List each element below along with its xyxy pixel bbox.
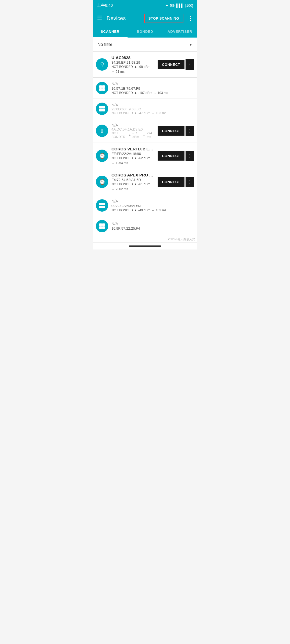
device-status: NOT BONDED ▲ -107 dBm ↔ 103 ms xyxy=(111,91,194,95)
network-type-icon: 5G xyxy=(170,3,175,8)
device-status: NOT BONDED ▲ -49 dBm ↔ 103 ms xyxy=(111,208,194,212)
filter-label: No filter xyxy=(97,42,112,47)
device-more-button[interactable]: ⋮ xyxy=(186,177,194,187)
app-title: Devices xyxy=(107,15,142,21)
device-icon-apple:  xyxy=(96,125,108,137)
bluetooth-icon: ⚲ xyxy=(100,61,104,68)
connect-area: CONNECT ⋮ xyxy=(158,59,194,70)
device-status: NOT BONDED ▲ -62 dBm ↔ 1254 ms xyxy=(111,156,154,165)
device-mac: 16:9F:57:22:25:F4 xyxy=(111,226,194,230)
tab-bonded[interactable]: BONDED xyxy=(128,26,162,37)
device-more-button[interactable]: ⋮ xyxy=(186,151,194,161)
device-mac: E4:72:54:52:A1:6D xyxy=(111,178,154,182)
more-options-icon[interactable]: ⋮ xyxy=(186,13,195,24)
device-name: COROS APEX PRO 0A56B2 xyxy=(111,173,154,177)
device-status: NOT BONDED ▲ -98 dBm ↔ 21 ms xyxy=(111,65,154,74)
stop-scanning-button[interactable]: STOP SCANNING xyxy=(144,14,183,23)
device-status: NOT BONDED ▲ -67 dBm ↔ 274 ms xyxy=(111,131,154,139)
windows-icon xyxy=(99,106,105,111)
device-info: N/A 4A:DC:5F:1A:D3:E0 NOT BONDED ▲ -67 d… xyxy=(111,123,154,139)
signal-icon: ▲ xyxy=(134,91,137,95)
device-info: N/A 16:57:1E:75:67:F9 NOT BONDED ▲ -107 … xyxy=(111,81,194,95)
status-icons: ✦ 5G ▌▌▌ [100] xyxy=(165,3,193,8)
signal-icon: ▲ xyxy=(134,182,137,186)
device-mac: 16:57:1E:75:67:F9 xyxy=(111,86,194,91)
list-item: N/A 23:0D:60:F9:63:5C NOT BONDED ▲ -47 d… xyxy=(93,99,197,119)
watch-icon: ⌚ xyxy=(99,153,106,159)
connect-button[interactable]: CONNECT xyxy=(158,177,184,187)
list-item: ⚲ U-AC9828 34:29:EF:21:98:29 NOT BONDED … xyxy=(93,52,197,78)
device-name: N/A xyxy=(111,81,194,86)
list-item: N/A 09:A0:2A:A3:AD:4F NOT BONDED ▲ -49 d… xyxy=(93,195,197,216)
menu-icon[interactable]: ☰ xyxy=(95,13,104,24)
device-info: N/A 09:A0:2A:A3:AD:4F NOT BONDED ▲ -49 d… xyxy=(111,199,194,212)
device-icon-watch: ⌚ xyxy=(96,150,108,162)
windows-icon xyxy=(99,203,105,208)
windows-icon xyxy=(99,223,105,229)
device-icon-windows xyxy=(96,199,108,212)
device-mac: 23:0D:60:F9:63:5C xyxy=(111,107,194,111)
device-mac: 09:A0:2A:A3:AD:4F xyxy=(111,204,194,208)
list-item: N/A 16:9F:57:22:25:F4 xyxy=(93,216,197,236)
tab-scanner[interactable]: SCANNER xyxy=(93,26,128,37)
filter-row[interactable]: No filter ▼ xyxy=(93,38,197,52)
list-item: N/A 16:57:1E:75:67:F9 NOT BONDED ▲ -107 … xyxy=(93,78,197,99)
device-info: N/A 23:0D:60:F9:63:5C NOT BONDED ▲ -47 d… xyxy=(111,103,194,115)
apple-icon:  xyxy=(101,128,103,134)
device-info: U-AC9828 34:29:EF:21:98:29 NOT BONDED ▲ … xyxy=(111,55,154,74)
filter-chevron-icon: ▼ xyxy=(189,42,193,47)
device-mac: 34:29:EF:21:98:29 xyxy=(111,60,154,64)
device-icon-bluetooth: ⚲ xyxy=(96,58,108,71)
connect-button[interactable]: CONNECT xyxy=(158,151,184,161)
device-more-button[interactable]: ⋮ xyxy=(186,126,194,136)
device-info: N/A 16:9F:57:22:25:F4 xyxy=(111,221,194,231)
signal-icon: ▲ xyxy=(134,65,137,69)
device-info: COROS APEX PRO 0A56B2 E4:72:54:52:A1:6D … xyxy=(111,173,154,191)
device-name: N/A xyxy=(111,123,154,127)
signal-icon: ▲ xyxy=(134,156,137,160)
connect-area: CONNECT ⋮ xyxy=(158,151,194,161)
device-icon-windows xyxy=(96,82,108,94)
bluetooth-status-icon: ✦ xyxy=(165,3,168,8)
connect-area: CONNECT ⋮ xyxy=(158,177,194,187)
device-icon-watch: ⌚ xyxy=(96,176,108,188)
list-item:  N/A 4A:DC:5F:1A:D3:E0 NOT BONDED ▲ -67… xyxy=(93,119,197,143)
device-list: ⚲ U-AC9828 34:29:EF:21:98:29 NOT BONDED … xyxy=(93,52,197,236)
device-icon-windows xyxy=(96,220,108,232)
app-bar: ☰ Devices STOP SCANNING ⋮ xyxy=(93,11,197,26)
device-info: COROS VERTIX 2 E8F35F EF:FF:22:2A:18:96 … xyxy=(111,147,154,165)
connect-area: CONNECT ⋮ xyxy=(158,126,194,136)
connect-button[interactable]: CONNECT xyxy=(158,126,184,136)
bottom-indicator xyxy=(93,243,197,249)
list-item: ⌚ COROS APEX PRO 0A56B2 E4:72:54:52:A1:6… xyxy=(93,169,197,195)
device-mac: EF:FF:22:2A:18:96 xyxy=(111,152,154,156)
device-name: U-AC9828 xyxy=(111,55,154,60)
battery-icon: [100] xyxy=(185,3,193,8)
connect-button[interactable]: CONNECT xyxy=(158,60,184,69)
home-indicator xyxy=(129,245,161,247)
device-name: N/A xyxy=(111,221,194,226)
tab-advertiser[interactable]: ADVERTISER xyxy=(162,26,197,37)
signal-icon: ▲ xyxy=(134,208,137,212)
watch-icon: ⌚ xyxy=(99,179,106,185)
device-name: N/A xyxy=(111,199,194,203)
windows-icon xyxy=(99,85,105,91)
device-status: NOT BONDED ▲ -61 dBm ↔ 2002 ms xyxy=(111,182,154,191)
status-time: 上午8:40 xyxy=(97,3,113,8)
list-item: ⌚ COROS VERTIX 2 E8F35F EF:FF:22:2A:18:9… xyxy=(93,143,197,169)
device-name: COROS VERTIX 2 E8F35F xyxy=(111,147,154,151)
signal-icon: ▲ xyxy=(134,111,137,115)
signal-bars-icon: ▌▌▌ xyxy=(176,3,184,8)
device-icon-windows xyxy=(96,103,108,115)
signal-icon: ▲ xyxy=(128,133,131,137)
device-mac: 4A:DC:5F:1A:D3:E0 xyxy=(111,127,154,131)
watermark: CSDN @大白嵌入式 xyxy=(93,236,197,243)
status-bar: 上午8:40 ✦ 5G ▌▌▌ [100] xyxy=(93,0,197,11)
device-name: N/A xyxy=(111,103,194,107)
device-more-button[interactable]: ⋮ xyxy=(186,59,194,70)
tabs-bar: SCANNER BONDED ADVERTISER xyxy=(93,26,197,38)
device-status: NOT BONDED ▲ -47 dBm ↔ 103 ms xyxy=(111,111,194,115)
